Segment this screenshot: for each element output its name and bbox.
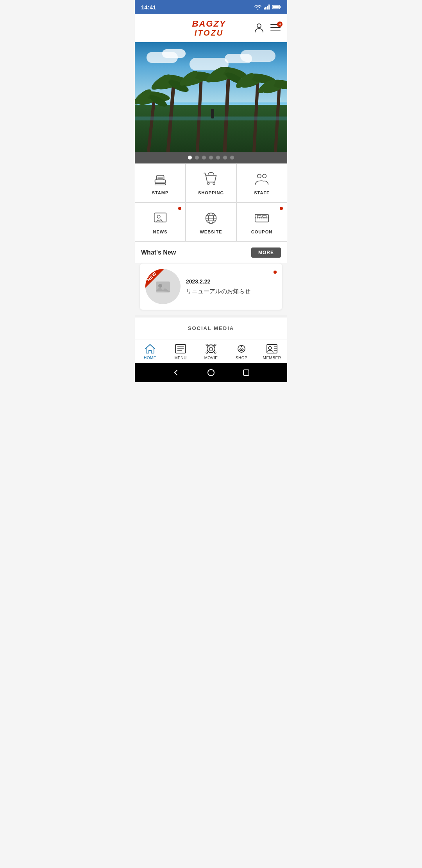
news-content: 2023.2.22 リニューアルのお知らせ	[186, 278, 268, 295]
svg-rect-5	[280, 6, 281, 8]
news-card[interactable]: NEW 2023.2.22 リニューアルのお知らせ	[139, 263, 283, 310]
social-media-section: SOCIAL MEDIA	[135, 317, 287, 339]
whats-new-header: What's New MORE	[135, 242, 287, 263]
news-button[interactable]: NEWS	[135, 203, 186, 242]
svg-rect-3	[268, 5, 270, 10]
dot-3[interactable]	[202, 156, 206, 160]
news-label: NEWS	[153, 230, 168, 234]
staff-button[interactable]: STAFF	[236, 163, 287, 203]
svg-rect-58	[263, 215, 266, 217]
dot-2[interactable]	[195, 156, 199, 160]
back-button[interactable]	[170, 367, 181, 378]
nav-menu[interactable]: MENU	[165, 339, 196, 363]
svg-point-77	[241, 348, 242, 350]
dot-6[interactable]	[223, 156, 227, 160]
person-silhouette	[211, 109, 214, 118]
dot-7[interactable]	[230, 156, 234, 160]
svg-line-11	[148, 97, 154, 152]
svg-point-83	[208, 369, 214, 376]
shopping-icon	[203, 171, 219, 187]
nav-movie[interactable]: MOVIE	[196, 339, 226, 363]
photo-placeholder-icon	[155, 280, 171, 294]
grid-menu-row1: STAMP SHOPPING STAFF	[135, 163, 287, 203]
cloud-2	[162, 49, 186, 58]
news-icon	[152, 210, 168, 226]
stamp-button[interactable]: STAMP	[135, 163, 186, 203]
stamp-label: STAMP	[152, 190, 169, 195]
staff-icon	[254, 171, 270, 187]
android-home-icon	[207, 369, 215, 377]
svg-point-45	[213, 183, 215, 185]
android-home-button[interactable]	[206, 367, 216, 378]
svg-point-66	[209, 347, 213, 350]
nav-shop[interactable]: SHOP	[226, 339, 257, 363]
status-bar: 14:41	[135, 0, 287, 14]
movie-icon	[205, 343, 217, 354]
news-dot	[178, 207, 181, 210]
svg-point-46	[257, 174, 261, 178]
svg-point-79	[268, 346, 272, 350]
carousel-dots	[135, 152, 287, 163]
svg-rect-6	[273, 6, 279, 9]
grid-menu-row2: NEWS WEBSITE COUPON	[135, 203, 287, 242]
news-thumbnail: NEW	[145, 269, 181, 304]
svg-rect-2	[267, 6, 268, 10]
more-button[interactable]: MORE	[251, 247, 281, 258]
svg-rect-40	[156, 175, 164, 179]
nav-member-label: MEMBER	[263, 356, 281, 360]
svg-rect-1	[265, 7, 266, 9]
coupon-button[interactable]: COUPON	[236, 203, 287, 242]
news-unread-dot	[274, 271, 277, 274]
news-title: リニューアルのお知らせ	[186, 288, 268, 295]
back-icon	[172, 369, 180, 377]
svg-point-70	[215, 352, 216, 353]
battery-icon	[272, 5, 281, 9]
notification-badge: N	[277, 22, 283, 27]
profile-icon	[254, 22, 265, 33]
nav-movie-label: MOVIE	[204, 356, 218, 360]
home-icon	[144, 343, 156, 354]
news-date: 2023.2.22	[186, 278, 268, 285]
coupon-dot	[280, 207, 283, 210]
coupon-icon	[254, 210, 270, 226]
svg-point-68	[215, 344, 216, 346]
svg-point-7	[257, 24, 261, 28]
website-icon	[203, 210, 219, 226]
menu-button[interactable]: N	[270, 23, 281, 33]
svg-point-60	[158, 284, 162, 288]
bottom-nav: HOME MENU MOVIE	[135, 339, 287, 363]
header: BAGZY ITOZU N	[135, 14, 287, 42]
stamp-icon	[152, 171, 168, 187]
shop-icon	[236, 343, 247, 354]
svg-rect-54	[255, 214, 268, 222]
member-icon	[266, 343, 278, 354]
profile-button[interactable]	[254, 22, 265, 34]
website-button[interactable]: WEBSITE	[186, 203, 236, 242]
signal-icon	[264, 4, 270, 10]
header-right: N	[254, 22, 281, 34]
dot-5[interactable]	[216, 156, 220, 160]
shopping-button[interactable]: SHOPPING	[186, 163, 236, 203]
whats-new-title: What's New	[141, 249, 176, 256]
nav-member[interactable]: MEMBER	[257, 339, 287, 363]
android-nav-bar	[135, 363, 287, 382]
hero-banner[interactable]	[135, 42, 287, 152]
status-icons	[254, 4, 281, 10]
svg-rect-57	[257, 215, 261, 217]
svg-point-48	[157, 215, 160, 218]
svg-line-30	[254, 79, 258, 152]
logo: BAGZY ITOZU	[192, 19, 226, 37]
staff-label: STAFF	[254, 190, 270, 195]
wifi-icon	[254, 4, 261, 10]
svg-rect-0	[264, 8, 265, 10]
nav-home[interactable]: HOME	[135, 339, 165, 363]
status-time: 14:41	[141, 4, 156, 11]
dot-4[interactable]	[209, 156, 213, 160]
website-label: WEBSITE	[200, 230, 222, 234]
recents-button[interactable]	[241, 367, 252, 378]
palm-trees	[135, 58, 287, 152]
dot-1[interactable]	[188, 156, 192, 160]
svg-rect-39	[155, 180, 166, 183]
logo-itozu: ITOZU	[192, 29, 226, 37]
menu-nav-icon	[175, 343, 186, 354]
